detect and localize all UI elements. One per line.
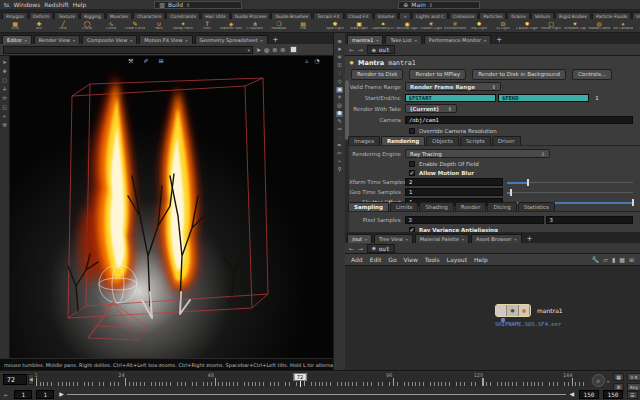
people-icon[interactable]: ⚉ <box>336 111 343 117</box>
end-frame-field[interactable]: $FEND <box>498 94 589 102</box>
select-points-icon[interactable]: ∵ <box>338 71 342 77</box>
pixel-samples-x-field[interactable]: 3 <box>405 216 544 224</box>
range-limit-icon[interactable]: ⇤ <box>4 392 8 398</box>
render-to-mplay-button[interactable]: Render to MPlay <box>409 69 466 80</box>
param-tab[interactable]: Rendering <box>381 136 425 145</box>
param-tab[interactable]: Objects <box>426 136 459 145</box>
sampling-tab[interactable]: Statistics <box>518 202 555 211</box>
pane-tab[interactable]: Geometry Spreadsheet ▾ <box>195 35 268 44</box>
layout-icon[interactable]: ⫝ <box>305 58 309 64</box>
network-menu-item[interactable]: Tools <box>425 256 440 263</box>
shelf-tool[interactable]: ✴ Ambient Light <box>564 21 586 31</box>
select-edges-icon[interactable]: ◇ <box>337 79 341 85</box>
render-to-disk-button[interactable]: Render to Disk <box>351 69 403 80</box>
shelf-tool[interactable]: ✸ Caustic Light <box>516 21 538 31</box>
shelf-tab[interactable]: Rigging <box>80 12 105 19</box>
back-arrow-icon[interactable]: ← <box>349 245 354 252</box>
playback-options-icon[interactable]: ☰ <box>627 391 638 399</box>
node-path-chip[interactable]: ◉ out <box>367 45 394 54</box>
shelf-tool[interactable]: ✺ Spot Light <box>324 21 346 31</box>
pane-tab[interactable]: Composite View ▾ <box>82 35 137 44</box>
handle-icon[interactable]: ✐ <box>143 58 148 64</box>
chevron-down-icon[interactable]: ▾ <box>261 38 263 43</box>
shelf-tab[interactable]: Guide Brushes <box>271 12 312 19</box>
shelf-tab[interactable]: Rigid Bodies <box>555 12 591 19</box>
shelf-tool[interactable]: ⇄ Switcher <box>636 21 640 31</box>
shelf-tab[interactable]: Lights and C <box>412 12 448 19</box>
shelf-tool[interactable]: ▢ Portal Light <box>540 21 562 31</box>
shelf-tab[interactable]: Texture <box>54 12 78 19</box>
pane-tab[interactable]: mantra1 ▾ <box>347 35 383 44</box>
new-tab-button[interactable]: + <box>524 235 536 243</box>
chevron-down-icon[interactable]: ▾ <box>515 237 517 242</box>
pixel-samples-y-field[interactable]: 3 <box>546 216 633 224</box>
depth-of-field-checkbox[interactable] <box>409 161 415 167</box>
new-tab-button[interactable]: + <box>493 36 505 44</box>
engine-dropdown[interactable]: Ray Tracing ⇕ <box>405 149 550 158</box>
network-canvas[interactable]: ✹ mantra1 SHIPNAME.SOS.SF4.exr <box>345 266 640 372</box>
operation-state-field[interactable]: ▾ <box>3 46 253 54</box>
sampling-tab[interactable]: Sampling <box>348 202 389 211</box>
shelf-tool[interactable]: ▦ Grid <box>4 21 26 31</box>
frame-range-dropdown[interactable]: Render Frame Range ⇕ <box>405 82 501 91</box>
xform-samples-slider[interactable] <box>507 178 633 186</box>
shelf-tool[interactable]: ✶ Geometry Light <box>372 21 394 31</box>
scale-tool-icon[interactable]: ◱ <box>2 105 7 110</box>
range-substart-field[interactable]: 1 <box>36 390 54 399</box>
playhead-frame-label[interactable]: 72 <box>294 373 307 381</box>
pan-hand-icon[interactable]: ✥ <box>2 69 6 74</box>
shelf-tab[interactable]: Viscous Fluids <box>632 12 640 19</box>
shelf-tool[interactable]: ⊙ GI Light <box>492 21 514 31</box>
param-tab[interactable]: Driver <box>492 136 521 145</box>
shelf-tool[interactable]: ✎ Draw Curve <box>124 21 146 31</box>
shelf-tool[interactable]: ⋔ L-System <box>244 21 266 31</box>
display-icon[interactable]: ▮ <box>612 256 615 263</box>
shelf-tool[interactable]: ✚ Null <box>28 21 50 31</box>
xform-samples-field[interactable]: 2 <box>405 178 503 186</box>
shelf-tab[interactable]: Grains <box>507 12 530 19</box>
range-start-field[interactable]: 1 <box>14 390 32 399</box>
shelf-tool[interactable]: T Font <box>196 21 218 31</box>
shelf-tool[interactable]: ◎ Stereo Camera <box>588 21 610 31</box>
timeline-ruler[interactable]: 1244896120144 72 <box>36 373 590 387</box>
chevron-down-icon[interactable]: ▾ <box>415 38 417 43</box>
network-path-chip[interactable]: ◉ out <box>367 244 394 253</box>
geo-samples-field[interactable]: 1 <box>405 188 503 196</box>
lock-icon[interactable]: ⚿ <box>337 63 341 69</box>
chevron-down-icon[interactable]: ▾ <box>462 237 464 242</box>
pane-tab[interactable]: Asset Browser ▾ <box>471 234 522 243</box>
display-options-icon[interactable] <box>290 46 297 53</box>
select-arrow-icon[interactable]: ➤ <box>256 47 261 53</box>
shelf-tool[interactable]: ╱ Line <box>52 21 74 31</box>
forward-arrow-icon[interactable]: → <box>358 46 363 53</box>
timeline-zoom-button[interactable]: ⌕ <box>592 374 605 387</box>
chevron-down-icon[interactable]: ▾ <box>376 38 378 43</box>
range-subend-field[interactable]: 150 <box>603 390 623 399</box>
shelf-tool[interactable]: ∪ Path <box>148 21 170 31</box>
sampling-tab[interactable]: Dicing <box>487 202 516 211</box>
pane-tab[interactable]: Take List ▾ <box>385 35 421 44</box>
paint-icon[interactable]: ✎ <box>337 119 342 125</box>
chevron-down-icon[interactable]: ▾ <box>406 237 408 242</box>
sampling-tab[interactable]: Render <box>455 202 487 211</box>
shelf-tab[interactable]: Particles <box>479 12 506 19</box>
network-menu-item[interactable]: Go <box>388 256 396 263</box>
rotate-tool-icon[interactable]: ⟳ <box>2 96 6 101</box>
snap-point-icon[interactable]: ⊚ <box>280 47 285 53</box>
pose-tool-icon[interactable]: ⌖ <box>3 114 6 119</box>
shelf-tab[interactable]: Guide Process <box>231 12 271 19</box>
shelf-tool[interactable]: ❍ Metaball <box>268 21 290 31</box>
grid-snap-icon[interactable]: ⊞ <box>629 256 634 263</box>
network-menu-item[interactable]: Edit <box>370 256 382 263</box>
brush-icon[interactable]: ✑ <box>337 127 342 133</box>
shelf-tool[interactable]: ◯ Circle <box>76 21 98 31</box>
snap-grid-icon[interactable]: ⊛ <box>272 47 277 53</box>
shelf-tool[interactable]: ⌖ VR Camera <box>612 21 634 31</box>
network-menu-item[interactable]: Add <box>351 256 363 263</box>
node-input-segment[interactable] <box>496 305 507 316</box>
handles-icon[interactable]: ⚒ <box>2 123 6 128</box>
current-frame-field[interactable]: 72 <box>3 374 27 385</box>
select-geometry-icon[interactable]: ✳ <box>337 55 342 61</box>
frame-back-icon[interactable]: ◀ <box>28 374 34 385</box>
back-arrow-icon[interactable]: ← <box>349 46 354 53</box>
